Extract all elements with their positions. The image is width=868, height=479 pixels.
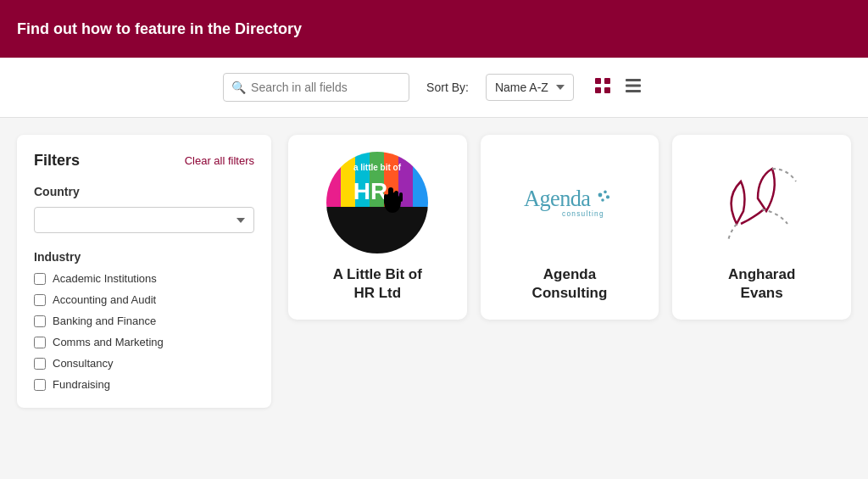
sort-label: Sort By: (426, 81, 469, 94)
list-item: Academic Institutions (34, 272, 254, 285)
academic-institutions-label[interactable]: Academic Institutions (53, 272, 157, 285)
comms-marketing-label[interactable]: Comms and Marketing (53, 336, 164, 348)
svg-rect-23 (384, 194, 387, 203)
comms-marketing-checkbox[interactable] (34, 337, 46, 348)
sidebar-header: Filters Clear all filters (34, 152, 254, 170)
svg-rect-21 (394, 191, 398, 201)
consultancy-checkbox[interactable] (34, 358, 46, 370)
search-icon: 🔍 (231, 81, 246, 94)
sort-select[interactable]: Name A-Z Name Z-A Newest (486, 74, 574, 101)
clear-filters-link[interactable]: Clear all filters (185, 154, 254, 167)
accounting-audit-label[interactable]: Accounting and Audit (53, 293, 156, 306)
accounting-audit-checkbox[interactable] (34, 294, 46, 306)
card-name-agendaconsulting: AgendaConsulting (532, 265, 608, 303)
svg-rect-1 (604, 78, 610, 84)
academic-institutions-checkbox[interactable] (34, 273, 46, 285)
card-name-alittlebitofhr: A Little Bit ofHR Ltd (333, 265, 422, 303)
view-icons (591, 74, 645, 102)
svg-rect-4 (626, 79, 641, 81)
search-row: 🔍 Sort By: Name A-Z Name Z-A Newest (0, 58, 868, 118)
svg-text:HR: HR (353, 178, 387, 204)
consultancy-label[interactable]: Consultancy (53, 357, 114, 370)
svg-text:a little bit of: a little bit of (353, 163, 402, 172)
agenda-consulting-logo-svg: Agenda consulting (519, 164, 620, 241)
svg-rect-16 (326, 207, 428, 253)
list-item: Consultancy (34, 357, 254, 370)
list-view-button[interactable] (621, 74, 645, 102)
search-wrapper: 🔍 (223, 73, 409, 102)
list-item: Fundraising (34, 378, 254, 391)
card-angharadevans[interactable]: AngharadEvans (672, 135, 851, 320)
svg-point-28 (601, 198, 604, 202)
svg-point-25 (598, 193, 603, 198)
svg-rect-22 (399, 192, 403, 202)
fundraising-label[interactable]: Fundraising (53, 378, 110, 391)
card-logo-agendaconsulting: Agenda consulting (519, 152, 620, 253)
industry-label: Industry (34, 250, 254, 264)
search-input[interactable] (223, 73, 409, 102)
card-agendaconsulting[interactable]: Agenda consulting AgendaConsulting (481, 135, 659, 320)
svg-text:consulting: consulting (562, 209, 604, 218)
feature-in-directory-link[interactable]: Find out how to feature in the Directory (17, 20, 302, 38)
card-name-angharadevans: AngharadEvans (728, 265, 795, 303)
main-content: Filters Clear all filters Country United… (0, 118, 868, 425)
grid-view-button[interactable] (591, 74, 615, 102)
cards-grid: a little bit of HR (288, 135, 851, 408)
card-logo-angharadevans (711, 152, 813, 253)
banking-finance-checkbox[interactable] (34, 315, 46, 327)
list-item: Banking and Finance (34, 315, 254, 327)
industry-list: Academic Institutions Accounting and Aud… (34, 272, 254, 391)
svg-rect-3 (604, 87, 610, 93)
fundraising-checkbox[interactable] (34, 379, 46, 391)
banking-finance-label[interactable]: Banking and Finance (53, 315, 156, 327)
svg-point-27 (606, 195, 609, 198)
svg-text:Agenda: Agenda (524, 186, 591, 211)
country-select[interactable]: United Kingdom United States (34, 207, 254, 233)
angharad-evans-logo-svg (711, 152, 813, 253)
alittlebitofhr-logo-svg: a little bit of HR (326, 152, 428, 253)
svg-rect-20 (388, 187, 393, 199)
country-label: Country (34, 185, 254, 198)
list-item: Accounting and Audit (34, 293, 254, 306)
card-logo-alittlebitofhr: a little bit of HR (326, 152, 428, 253)
card-alittlebitofhr[interactable]: a little bit of HR (288, 135, 467, 320)
list-item: Comms and Marketing (34, 336, 254, 348)
svg-rect-2 (595, 87, 601, 93)
svg-rect-0 (595, 78, 601, 84)
sidebar-filters: Filters Clear all filters Country United… (17, 135, 271, 408)
svg-rect-6 (626, 90, 641, 92)
svg-rect-9 (326, 152, 341, 207)
svg-rect-15 (413, 152, 428, 207)
svg-rect-5 (626, 84, 641, 86)
top-banner: Find out how to feature in the Directory (0, 0, 868, 58)
svg-point-26 (604, 191, 607, 194)
filters-title: Filters (34, 152, 80, 170)
